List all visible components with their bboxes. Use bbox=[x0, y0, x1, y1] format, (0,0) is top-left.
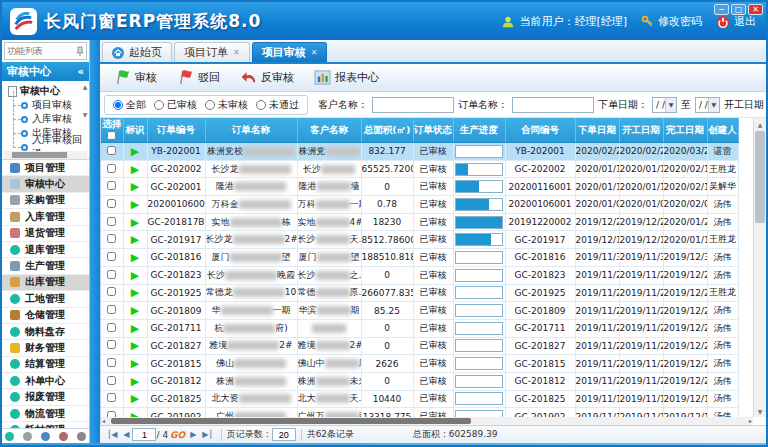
column-header-1[interactable]: 标识 bbox=[123, 118, 147, 143]
tab-2[interactable]: 项目审核✕ bbox=[252, 42, 328, 62]
row-checkbox[interactable] bbox=[107, 146, 116, 155]
scroll-down-icon[interactable]: ▼ bbox=[754, 405, 766, 417]
prev-page-button[interactable]: ◀ bbox=[120, 430, 132, 439]
more-icon[interactable] bbox=[77, 432, 86, 441]
table-row[interactable]: ▶20200106001万科金万科一期0.78已审核20200106001202… bbox=[101, 196, 738, 214]
change-password-button[interactable]: 修改密码 bbox=[641, 14, 702, 29]
tab-1[interactable]: 项目订单✕ bbox=[174, 42, 250, 62]
order-date-end-picker[interactable]: / / ▼ bbox=[695, 97, 720, 113]
collapse-icon[interactable]: « bbox=[78, 66, 84, 77]
sidebar-item-3[interactable]: 入库管理 bbox=[2, 209, 89, 225]
sidebar-item-11[interactable]: 财务管理 bbox=[2, 340, 89, 356]
row-checkbox[interactable] bbox=[107, 181, 116, 190]
go-button[interactable]: GO bbox=[170, 430, 185, 440]
horizontal-scrollbar[interactable]: ◂ ▸ bbox=[101, 417, 753, 425]
column-header-3[interactable]: 订单名称 bbox=[205, 118, 297, 143]
select-all-checkbox[interactable] bbox=[107, 131, 116, 140]
tree-scrollbar[interactable]: ▲▼ bbox=[81, 83, 89, 149]
column-header-6[interactable]: 订单状态 bbox=[413, 118, 453, 143]
chevron-down-icon[interactable]: ▼ bbox=[708, 98, 719, 112]
function-search-input[interactable] bbox=[7, 46, 76, 56]
minimize-button[interactable]: − bbox=[714, 4, 729, 15]
scroll-right-icon[interactable]: ▸ bbox=[749, 417, 752, 425]
logout-button[interactable]: 退出 bbox=[716, 14, 756, 29]
status-radio-3[interactable] bbox=[256, 100, 266, 110]
sidebar-item-12[interactable]: 结算管理 bbox=[2, 357, 89, 373]
column-header-5[interactable]: 总面积(㎡) bbox=[361, 118, 413, 143]
status-radio-option-1[interactable]: 已审核 bbox=[154, 98, 197, 112]
row-checkbox[interactable] bbox=[107, 393, 116, 402]
close-button[interactable]: ✕ bbox=[748, 4, 763, 15]
toolbar-button-3[interactable]: 报表中心 bbox=[306, 66, 387, 89]
row-checkbox[interactable] bbox=[107, 340, 116, 349]
toolbar-button-2[interactable]: 反审核 bbox=[232, 66, 302, 89]
sidebar-splitter[interactable] bbox=[90, 40, 100, 443]
column-header-11[interactable]: 完工日期 bbox=[663, 118, 707, 143]
vertical-scrollbar[interactable]: ▲ ▼ bbox=[753, 118, 766, 417]
dot-icon[interactable] bbox=[5, 432, 14, 441]
close-tab-icon[interactable]: ✕ bbox=[311, 48, 318, 57]
row-checkbox[interactable] bbox=[107, 199, 116, 208]
sidebar-item-0[interactable]: 项目管理 bbox=[2, 160, 89, 176]
order-name-input[interactable] bbox=[512, 97, 594, 113]
column-header-4[interactable]: 客户名称 bbox=[297, 118, 361, 143]
toolbar-button-1[interactable]: 驳回 bbox=[169, 66, 228, 89]
status-radio-1[interactable] bbox=[154, 100, 164, 110]
sidebar-item-2[interactable]: 采购管理 bbox=[2, 193, 89, 209]
toolbar-button-0[interactable]: 审核 bbox=[106, 66, 165, 89]
table-row[interactable]: ▶YB-202001株洲党校株洲党832.177已审核YB-2020012020… bbox=[101, 143, 738, 161]
table-row[interactable]: ▶GC-202002长沙龙长沙65525.7200..已审核GC-2020022… bbox=[101, 160, 738, 178]
row-checkbox[interactable] bbox=[107, 234, 116, 243]
sidebar-item-14[interactable]: 报废管理 bbox=[2, 389, 89, 405]
column-header-2[interactable]: 订单编号 bbox=[147, 118, 205, 143]
column-header-8[interactable]: 合同编号 bbox=[505, 118, 575, 143]
pin-icon[interactable] bbox=[76, 46, 84, 56]
status-radio-2[interactable] bbox=[205, 100, 215, 110]
status-radio-option-3[interactable]: 未通过 bbox=[256, 98, 299, 112]
sidebar-item-6[interactable]: 生产管理 bbox=[2, 258, 89, 274]
row-checkbox[interactable] bbox=[107, 305, 116, 314]
table-row[interactable]: ▶GC-201823长沙晚霞长沙之..0已审核GC-2018232019/11/… bbox=[101, 266, 738, 284]
table-row[interactable]: ▶GC-201817B实地栋实地4#..18230已审核201912200022… bbox=[101, 213, 738, 231]
scroll-up-icon[interactable]: ▲ bbox=[754, 118, 766, 130]
column-header-12[interactable]: 创建人 bbox=[707, 118, 738, 143]
table-row[interactable]: ▶GC-201917长沙龙2#长沙天..8512.78600..已审核GC-20… bbox=[101, 231, 738, 249]
tree-horizontal-scrollbar[interactable] bbox=[4, 151, 87, 159]
book-icon[interactable] bbox=[59, 432, 68, 441]
column-header-0[interactable]: 选择 bbox=[101, 118, 123, 143]
row-checkbox[interactable] bbox=[107, 323, 116, 332]
sidebar-item-7[interactable]: 出库管理 bbox=[2, 275, 89, 291]
column-header-10[interactable]: 开工日期 bbox=[619, 118, 663, 143]
table-row[interactable]: ▶GC-201812株洲株洲未来0已审核GC-2018122019/11/202… bbox=[101, 372, 738, 390]
table-row[interactable]: ▶GC-201816厦门望厦门望188510.818已审核GC-20181620… bbox=[101, 249, 738, 267]
sidebar-item-10[interactable]: 物料盘存 bbox=[2, 324, 89, 340]
sidebar-item-9[interactable]: 仓储管理 bbox=[2, 308, 89, 324]
table-row[interactable]: ▶GC-201827雅境2#雅境2#0已审核GC-2018272019/11/2… bbox=[101, 337, 738, 355]
edit-icon[interactable] bbox=[41, 432, 50, 441]
status-radio-option-2[interactable]: 未审核 bbox=[205, 98, 248, 112]
table-row[interactable]: ▶GC-201825北大资北大天..10440已审核GC-2018252019/… bbox=[101, 390, 738, 408]
table-row[interactable]: ▶GC-202001隆港隆港墙0已审核202001160012020/01/16… bbox=[101, 178, 738, 196]
order-date-picker[interactable]: / / ▼ bbox=[652, 97, 677, 113]
sidebar-item-15[interactable]: 物流管理 bbox=[2, 406, 89, 422]
maximize-button[interactable]: □ bbox=[731, 4, 746, 15]
scroll-thumb[interactable] bbox=[111, 418, 471, 424]
row-checkbox[interactable] bbox=[107, 270, 116, 279]
row-checkbox[interactable] bbox=[107, 217, 116, 226]
customer-name-input[interactable] bbox=[372, 97, 454, 113]
table-row[interactable]: ▶GC-201815佛山佛山中库2626已审核GC-2018152019/11/… bbox=[101, 355, 738, 373]
page-size-input[interactable] bbox=[272, 428, 296, 441]
sidebar-item-13[interactable]: 补单中心 bbox=[2, 373, 89, 389]
scroll-left-icon[interactable]: ◂ bbox=[102, 417, 105, 425]
table-row[interactable]: ▶GC-201925常德龙10常德原..266077.835..已审核GC-20… bbox=[101, 284, 738, 302]
table-row[interactable]: ▶GC-201809华一期华滨期85.25已审核GC-2018092019/11… bbox=[101, 302, 738, 320]
scroll-thumb[interactable] bbox=[755, 131, 765, 223]
status-radio-0[interactable] bbox=[113, 100, 123, 110]
table-row[interactable]: ▶GC-201711杭府)0已审核GC-2017112019/11/202019… bbox=[101, 319, 738, 337]
last-page-button[interactable]: ▶⎮ bbox=[199, 430, 215, 439]
status-radio-option-0[interactable]: 全部 bbox=[113, 98, 146, 112]
row-checkbox[interactable] bbox=[107, 252, 116, 261]
page-number-input[interactable] bbox=[132, 428, 156, 441]
sidebar-item-1[interactable]: 审核中心 bbox=[2, 176, 89, 192]
row-checkbox[interactable] bbox=[107, 358, 116, 367]
